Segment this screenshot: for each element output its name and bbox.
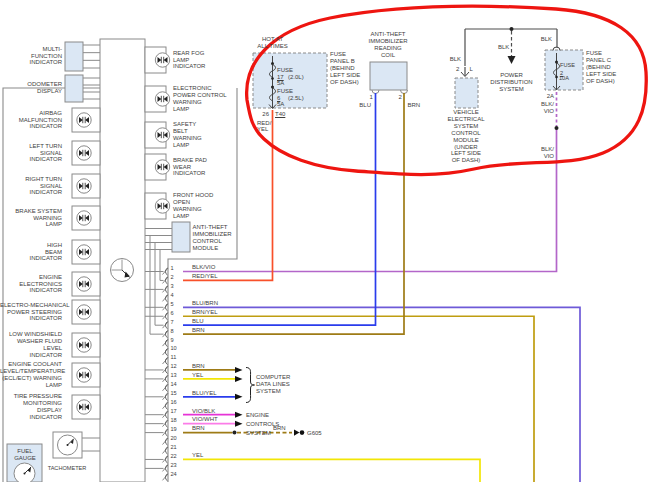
fuse-b1-name: FUSE — [277, 67, 293, 74]
fuse-panel-c-box — [545, 50, 583, 90]
indicator-lamp-circle — [77, 245, 91, 259]
system-arrow — [235, 412, 243, 418]
wire-color-label: YEL — [192, 452, 203, 458]
pin-number: 5 — [171, 301, 174, 307]
wire-color-label: BRN — [192, 425, 205, 431]
hot-at-all-times-label: HOT AT ALL TIMES — [247, 36, 298, 50]
indicator-lamp-circle — [77, 277, 91, 291]
pin-number: 18 — [171, 417, 177, 423]
tachometer-stub — [82, 438, 100, 451]
pin-number: 7 — [171, 319, 174, 325]
pin-terminal-slash — [163, 340, 169, 347]
fuse-c-amp: 10A — [559, 75, 569, 81]
pin-number: 8 — [171, 328, 174, 334]
pin-number: 1 — [171, 265, 174, 271]
vescm-pin-id: L — [470, 66, 473, 73]
wire-color-label: BLU/YEL — [192, 390, 217, 396]
coil-pin-1: 1 — [370, 94, 373, 101]
indicator-lamp-circle — [77, 400, 91, 414]
pds-arrowhead — [508, 56, 516, 64]
fuse-b-terminal-id: T40 — [275, 111, 285, 118]
junction-dot — [233, 431, 237, 435]
pin-number: 24 — [171, 471, 177, 477]
gauge-pivot — [67, 444, 69, 446]
wire-color-label: RED/YEL — [192, 273, 218, 279]
pin-number: 19 — [171, 426, 177, 432]
indicator-lamp-circle — [77, 179, 91, 193]
left-indicator-label: BRAKE SYSTEM WARNING LAMP — [0, 208, 62, 229]
pin-number: 10 — [171, 345, 177, 351]
power-distribution-label: POWER DISTRIBUTION SYSTEM — [483, 72, 540, 93]
left-indicator-label: LEFT TURN SIGNAL INDICATOR — [0, 143, 62, 164]
fuse-b-terminal-pin: 26 — [256, 111, 269, 118]
indicator-lamp-circle — [155, 53, 169, 67]
pin-number: 9 — [171, 337, 174, 343]
module-route-pin8 — [150, 236, 164, 335]
fuse-c-terminal: 2A — [540, 93, 554, 100]
wire-color-label: BRN — [192, 363, 205, 369]
immobilizer-module-box — [172, 222, 190, 252]
ground-id-label: G605 — [307, 430, 322, 437]
left-indicator-label: ODOMETER DISPLAY — [0, 81, 62, 95]
vescm-wire-label: BLK — [443, 56, 461, 63]
left-indicator-label: LOW WINDSHIELD WASHER FLUID LEVEL INDICA… — [0, 331, 62, 359]
tachometer-label: TACHOMETER — [44, 465, 90, 471]
system-arrow — [235, 367, 243, 373]
ground-dot — [300, 430, 305, 435]
fuse-dot — [271, 77, 274, 80]
pin-terminal-slash — [163, 295, 169, 302]
fuse-b1-note: (2.0L) — [288, 74, 304, 81]
wiring-diagram-canvas: HOT AT ALL TIMES FUSE 17 (2.0L) 5A FUSE … — [0, 0, 650, 482]
wire-color-label: BRN — [192, 327, 205, 333]
vescm-label: VEHICLE ELECTRICAL SYSTEM CONTROL MODULE… — [436, 109, 496, 164]
system-arrow — [235, 376, 243, 382]
pin-terminal-slash — [163, 358, 169, 365]
indicator-lamp-circle — [77, 146, 91, 160]
vescm-pin: 2 — [456, 66, 459, 73]
pin-number: 16 — [171, 399, 177, 405]
right-indicator-label: SAFETY BELT WARNING LAMP — [173, 121, 202, 149]
pin-number: 3 — [171, 283, 174, 289]
pin-number: 11 — [171, 354, 177, 360]
left-indicator-label: ENGINE COOLANT LEVEL/TEMPERATURE (ECL/EC… — [0, 361, 62, 389]
indicator-lamp-circle — [155, 199, 169, 213]
pin-number: 15 — [171, 390, 177, 396]
indicator-lamp-circle — [155, 92, 169, 106]
left-indicator-label: MULTI- FUNCTION INDICATOR — [0, 46, 62, 67]
indicator-lamp-circle — [77, 113, 91, 127]
module-route-pin2 — [160, 250, 164, 281]
coil-pin-2: 2 — [399, 94, 402, 101]
wire-color-label: BLU/BRN — [192, 300, 218, 306]
display-box — [65, 42, 83, 71]
left-indicator-label: RIGHT TURN SIGNAL INDICATOR — [0, 176, 62, 197]
pin-terminal-slash — [163, 349, 169, 356]
pin-number: 2 — [171, 274, 174, 280]
indicator-lamp-circle — [77, 368, 91, 382]
gauge-pivot — [24, 473, 26, 475]
fuse-c-wire2-label: BLK/ VIO — [538, 146, 554, 160]
wire-color-label: YEL — [192, 372, 203, 378]
pin-terminal-slash — [163, 402, 169, 409]
pds-wire-label: BLK — [498, 44, 509, 51]
right-indicator-label: ELECTRONIC POWER CONTROL WARNING LAMP — [173, 85, 227, 113]
fuse-panel-b-label: FUSE PANEL B (BEHIND LEFT SIDE OF DASH) — [330, 51, 360, 86]
computer-data-lines-label: COMPUTER DATA LINES SYSTEM — [256, 374, 290, 395]
left-indicator-label: AIRBAG MALFUNCTION INDICATOR — [0, 110, 62, 131]
system-arrow — [235, 394, 243, 400]
immobilizer-module-label: ANTI-THEFT IMMOBILIZER CONTROL MODULE — [193, 224, 232, 252]
wire-pin22-yel — [183, 459, 480, 482]
indicator-lamp-circle — [77, 305, 91, 319]
pin-number: 20 — [171, 435, 177, 441]
indicator-lamp-circle — [155, 160, 169, 174]
vescm-box — [455, 78, 478, 108]
pin-number: 22 — [171, 453, 177, 459]
fuse-panel-c-label: FUSE PANEL C (BEHIND LEFT SIDE OF DASH) — [586, 50, 616, 85]
fuel-gauge-label: FUEL GAUGE — [10, 448, 40, 462]
fuse-b2-name: FUSE — [277, 88, 293, 95]
pin-number: 14 — [171, 381, 177, 387]
coil-wire-1-label: BLU — [354, 102, 371, 109]
wire-color-label: BLK/VIO — [192, 264, 215, 270]
indicator-lamp-circle — [77, 211, 91, 225]
fuse-b1-amp: 5A — [277, 80, 284, 87]
pin-terminal-slash — [163, 438, 169, 445]
